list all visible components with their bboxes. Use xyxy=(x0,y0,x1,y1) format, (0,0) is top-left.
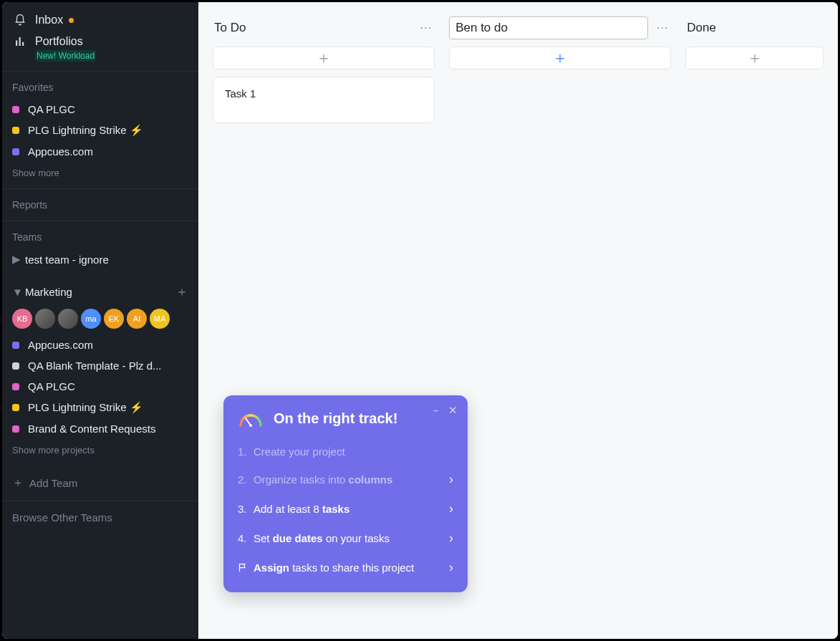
checklist-item[interactable]: Assign tasks to share this project› xyxy=(238,553,453,582)
task-card[interactable]: Task 1 xyxy=(213,77,435,123)
project-item[interactable]: PLG Lightning Strike ⚡️ xyxy=(2,397,198,418)
browse-teams-button[interactable]: Browse Other Teams xyxy=(2,501,198,534)
avatar[interactable]: KB xyxy=(12,309,32,329)
onboarding-popup: － ✕ On the right track! 1.Create your pr… xyxy=(223,395,468,592)
project-label: QA Blank Template - Plz d... xyxy=(28,360,161,372)
avatar[interactable]: AI xyxy=(127,309,147,329)
favorite-label: QA PLGC xyxy=(28,103,75,115)
avatar[interactable] xyxy=(35,309,55,329)
inbox-label: Inbox xyxy=(35,14,63,26)
project-item[interactable]: QA Blank Template - Plz d... xyxy=(2,355,198,376)
checklist-number: 4. xyxy=(238,532,254,544)
project-color-icon xyxy=(12,148,19,155)
project-color-icon xyxy=(12,404,19,411)
checklist-number: 1. xyxy=(238,445,254,458)
column-menu-icon[interactable]: ··· xyxy=(417,21,435,34)
reports-header[interactable]: Reports xyxy=(2,189,198,221)
project-color-icon xyxy=(12,342,19,349)
caret-down-icon: ▼ xyxy=(12,286,22,298)
board-column: ···＋ xyxy=(449,15,671,626)
teams-header: Teams xyxy=(2,221,198,249)
add-team-label: Add Team xyxy=(29,477,77,489)
nav-inbox[interactable]: Inbox xyxy=(2,9,198,31)
project-label: PLG Lightning Strike ⚡️ xyxy=(28,401,143,414)
project-item[interactable]: Brand & Content Requests xyxy=(2,418,198,439)
flag-icon xyxy=(238,562,254,573)
team-label: test team - ignore xyxy=(25,254,109,266)
team-marketing[interactable]: ▼ Marketing ＋ xyxy=(2,279,198,304)
chevron-right-icon: › xyxy=(449,560,453,575)
checklist-text: Add at least 8 tasks xyxy=(254,503,449,515)
avatar[interactable] xyxy=(58,309,78,329)
project-item[interactable]: Appcues.com xyxy=(2,334,198,355)
checklist-text: Set due dates on your tasks xyxy=(254,532,449,544)
svg-rect-1 xyxy=(19,37,21,46)
project-color-icon xyxy=(12,106,19,113)
onboarding-checklist: 1.Create your project2.Organize tasks in… xyxy=(238,438,453,582)
favorite-label: Appcues.com xyxy=(28,145,93,158)
favorite-item[interactable]: QA PLGC xyxy=(2,99,198,120)
add-project-icon[interactable]: ＋ xyxy=(175,283,188,300)
team-test-team[interactable]: ▶ test team - ignore xyxy=(2,249,198,270)
portfolios-label: Portfolios xyxy=(35,35,83,48)
svg-rect-0 xyxy=(16,41,17,47)
portfolios-badge: New! Workload xyxy=(35,50,96,62)
checklist-item[interactable]: 2.Organize tasks into columns› xyxy=(238,465,453,494)
chevron-right-icon: › xyxy=(449,501,453,516)
bell-icon xyxy=(12,14,28,26)
popup-title: On the right track! xyxy=(274,410,397,427)
checklist-text: Organize tasks into columns xyxy=(254,473,449,486)
project-label: Appcues.com xyxy=(28,339,93,351)
column-title[interactable]: Done xyxy=(685,16,824,39)
checklist-item[interactable]: 3.Add at least 8 tasks› xyxy=(238,494,453,524)
column-title[interactable]: To Do xyxy=(213,16,412,39)
minimize-icon[interactable]: － xyxy=(430,404,441,418)
projects-show-more[interactable]: Show more projects xyxy=(2,439,198,466)
project-color-icon xyxy=(12,383,19,390)
project-label: Brand & Content Requests xyxy=(28,423,155,435)
chevron-right-icon: › xyxy=(449,472,453,487)
board-column: Done＋ xyxy=(685,15,824,626)
project-item[interactable]: QA PLGC xyxy=(2,376,198,397)
favorite-item[interactable]: Appcues.com xyxy=(2,141,198,162)
add-team-button[interactable]: ＋ Add Team xyxy=(2,466,198,501)
avatar[interactable]: MA xyxy=(150,309,170,329)
checklist-item: 1.Create your project xyxy=(238,438,453,465)
add-card-button[interactable]: ＋ xyxy=(685,47,824,69)
plus-icon: ＋ xyxy=(12,476,24,491)
project-color-icon xyxy=(12,127,19,134)
avatar[interactable]: ma xyxy=(81,309,101,329)
svg-point-4 xyxy=(249,424,252,427)
checklist-item[interactable]: 4.Set due dates on your tasks› xyxy=(238,524,453,553)
team-avatars: KBmaEKAIMA xyxy=(2,304,198,334)
add-card-button[interactable]: ＋ xyxy=(213,47,435,69)
column-menu-icon[interactable]: ··· xyxy=(654,21,671,34)
project-color-icon xyxy=(12,362,19,370)
svg-rect-2 xyxy=(22,42,24,46)
bars-icon xyxy=(12,35,28,48)
avatar[interactable]: EK xyxy=(104,309,124,329)
project-label: QA PLGC xyxy=(28,380,75,392)
checklist-text: Assign tasks to share this project xyxy=(254,562,449,574)
chevron-right-icon: › xyxy=(449,531,453,546)
favorite-label: PLG Lightning Strike ⚡️ xyxy=(28,124,143,137)
team-label: Marketing xyxy=(25,286,72,298)
checklist-number: 3. xyxy=(238,503,254,515)
nav-portfolios[interactable]: Portfolios xyxy=(2,31,198,48)
inbox-unread-dot-icon xyxy=(69,18,74,23)
add-card-button[interactable]: ＋ xyxy=(449,47,671,69)
caret-right-icon: ▶ xyxy=(12,253,22,266)
marketing-projects-list: Appcues.comQA Blank Template - Plz d...Q… xyxy=(2,334,198,439)
column-title-input[interactable] xyxy=(449,16,648,39)
favorites-show-more[interactable]: Show more xyxy=(2,162,198,188)
sidebar: Inbox Portfolios New! Workload Favorites… xyxy=(2,2,198,639)
gauge-icon xyxy=(238,408,264,428)
checklist-number: 2. xyxy=(238,473,254,486)
favorites-list: QA PLGCPLG Lightning Strike ⚡️Appcues.co… xyxy=(2,99,198,162)
checklist-text: Create your project xyxy=(254,445,453,458)
favorites-header: Favorites xyxy=(2,72,198,99)
project-color-icon xyxy=(12,425,19,433)
close-icon[interactable]: ✕ xyxy=(448,404,458,418)
favorite-item[interactable]: PLG Lightning Strike ⚡️ xyxy=(2,120,198,141)
